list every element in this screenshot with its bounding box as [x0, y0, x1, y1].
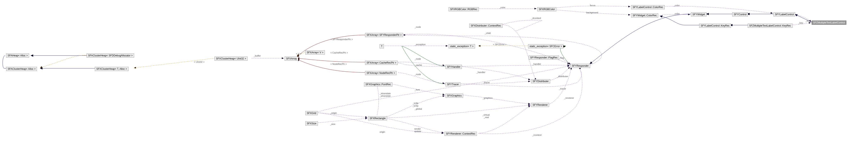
node-sfxarray[interactable]: SFXArray [285, 57, 298, 61]
node-label: SFYRenderer::ContextRec [446, 132, 475, 135]
node-label: SFXRGBColor::RGBRec [450, 8, 477, 11]
edge-label-flag: _flag [559, 57, 564, 59]
node-sfxrgbcolor[interactable]: SFXRGBColor [537, 7, 556, 11]
edge-label-graphics: _graphics [483, 97, 493, 99]
node-label: SFXArray< V > [307, 51, 323, 54]
node-label: T [381, 45, 382, 48]
edge-label-origin: _origin [330, 112, 337, 114]
node-staticexceptsfc[interactable]: static_exception< SFCError > [528, 44, 563, 48]
node-sfyresponderflagrec[interactable]: SFYResponder::FlagRec [529, 55, 559, 60]
node-sfxarrayv[interactable]: SFXArray< V > [305, 50, 325, 54]
node-staticexcept[interactable]: static_exception< T > [448, 44, 475, 48]
node-sfzmultikeyrec[interactable]: SFZMultipleTextLabelControl::KeyRec [748, 24, 793, 28]
node-label: SFXSize [307, 122, 316, 125]
node-label: SFAHeap< Alloc > [8, 54, 28, 57]
node-sfxgraphics[interactable]: SFXGraphics [445, 93, 463, 98]
node-sfxdistributercontextrec[interactable]: SFXDistributer::ContextRec [469, 24, 502, 28]
node-sfytracer[interactable]: SFYTracer [445, 82, 460, 86]
node-sfylabelcolorrec[interactable]: SFYLabelControl::ColorRec [631, 5, 664, 9]
edge-label-sfyresppo: < SFYResponderPtr > [331, 38, 353, 41]
edge-label-global: _global [414, 108, 422, 110]
node-sfylabelkeyrec[interactable]: SFYLabelControl::KeyRec [699, 24, 731, 28]
edge-label-exception: _exception [414, 43, 426, 46]
node-sfaclusterheapdebug[interactable]: SFAClusterHeap< SFDDebugAllocator > [87, 53, 134, 58]
node-sfxarraycacherec[interactable]: SFXArray< CacheRecPtr > [365, 61, 398, 65]
node-sfxclusterheaptalloc[interactable]: SFXClusterHeap< T, Alloc > [95, 67, 128, 71]
node-sfxrectangle[interactable]: SFXRectangle [368, 116, 387, 120]
node-sfydistributer[interactable]: SFYDistributer [531, 79, 550, 83]
node-sfycontrol[interactable]: SFYControl [732, 12, 748, 16]
node-label: SFAClusterHeap< Alloc > [8, 68, 35, 70]
node-label: SFXClusterHeap< UInt32 > [216, 57, 246, 60]
node-t[interactable]: T [379, 44, 384, 48]
node-sfxarraysfyresp[interactable]: SFXArray< SFYResponderPtr > [365, 33, 403, 37]
node-sfzmulti[interactable]: SFZMultipleTextLabelControl [812, 21, 846, 25]
edge-label-ytranslate: _ytranslate [379, 95, 391, 97]
edge-label-tracer_r: _tracer [559, 87, 566, 90]
edge-label-sfcerror: < SFCError > [493, 43, 506, 46]
node-label: static_exception< T > [450, 45, 474, 48]
node-label: SFXRectangle [370, 117, 385, 120]
node-sfyhandler[interactable]: SFYHandler [445, 65, 462, 69]
edge-label-node1: _node [414, 26, 421, 28]
node-label: SFZMultipleTextLabelControl [813, 21, 845, 24]
node-sfylabelcontrol[interactable]: SFYLabelControl [774, 12, 795, 16]
edge-label-tracer_l: _tracer [483, 81, 490, 84]
node-label: SFYWidget [692, 13, 705, 16]
node-sfaheapalloc[interactable]: SFAHeap< Alloc > [6, 53, 29, 58]
node-label: SFXRGBColor [539, 8, 555, 11]
node-sfxgraphicsfontrec[interactable]: SFXGraphics::FontRec [364, 82, 392, 86]
node-label: SFXArray [286, 57, 297, 60]
node-sfyresponder[interactable]: SFYResponder [570, 64, 590, 68]
edge-label-node2: _node [414, 58, 421, 60]
edge-label-background: background [586, 11, 598, 14]
node-label: SFYWidget::ColorRec [633, 14, 657, 17]
node-label: SFYResponder::FlagRec [530, 56, 558, 59]
edge-label-yclip: _yclip [412, 105, 418, 107]
node-sfxrgbcolorrgbrec[interactable]: SFXRGBColor::RGBRec [448, 7, 479, 11]
node-sfywidgetcolorrec[interactable]: SFYWidget::ColorRec [631, 13, 658, 17]
edge-label-handler_l: _handler [476, 71, 485, 73]
edge-label-child: _child [485, 32, 491, 34]
node-label: SFXDistributer::ContextRec [471, 24, 501, 27]
edge-label-noderecptr: < NodeRecPtr > [331, 63, 347, 65]
node-label: SFXArray< CacheRecPtr > [367, 61, 396, 64]
node-sfxsize[interactable]: SFXSize [305, 121, 318, 125]
edge-label-key2: _key [798, 22, 803, 24]
node-label: SFXGrid [307, 112, 316, 115]
edge-label-focus: focus [590, 4, 595, 7]
node-sfywidget[interactable]: SFYWidget [691, 12, 707, 16]
node-sfaclusterheapalloc[interactable]: SFAClusterHeap< Alloc > [6, 67, 37, 71]
edge-label-uint32tmpl: < UInt32 > [194, 61, 205, 63]
node-label: SFXArray< SFYResponderPtr > [367, 34, 402, 36]
edge-label-font: _font [414, 88, 420, 91]
edge-label-color3: _color [674, 12, 680, 15]
node-label: SFYLabelControl::ColorRec [633, 6, 663, 9]
node-label: SFYTracer [447, 83, 459, 86]
edge-label-xtranslate: _xtranslate [379, 92, 391, 95]
node-label: SFYResponder [572, 64, 589, 67]
edge-label-virtual: _virtual [482, 114, 490, 116]
node-label: SFXGraphics [447, 94, 462, 97]
node-label: SFYRenderer [533, 104, 548, 106]
node-label: static_exception< SFCError > [529, 45, 562, 48]
node-label: SFXGraphics::FontRec [366, 83, 391, 86]
edge-label-key: _key [806, 20, 810, 22]
edge-label-rcontext: _rcontext [532, 134, 541, 136]
node-sfxarraynoderec[interactable]: SFXArray< NodeRecPtr > [365, 71, 397, 75]
edge-label-size: _size [330, 123, 335, 125]
edge-label-update: update [414, 130, 421, 133]
edge-label-buffer: _buffer [254, 54, 261, 57]
edge-label-real: _real [484, 116, 489, 118]
node-sfxclusterheapuint32[interactable]: SFXClusterHeap< UInt32 > [215, 57, 248, 61]
node-sfyrenderercontextrec[interactable]: SFYRenderer::ContextRec [444, 132, 477, 136]
edge-label-vtmpl: < V > [296, 52, 301, 55]
edge-label-node3: _node [414, 73, 421, 76]
node-sfxgrid[interactable]: SFXGrid [305, 111, 318, 115]
edge-label-render: render [414, 127, 421, 130]
edge-label-origin2: origin [379, 130, 385, 133]
node-label: SFXClusterHeap< T, Alloc > [96, 68, 127, 70]
node-label: SFYDistributer [533, 80, 549, 83]
node-sfyrenderer[interactable]: SFYRenderer [531, 103, 549, 107]
node-label: SFXArray< NodeRecPtr > [367, 72, 395, 74]
